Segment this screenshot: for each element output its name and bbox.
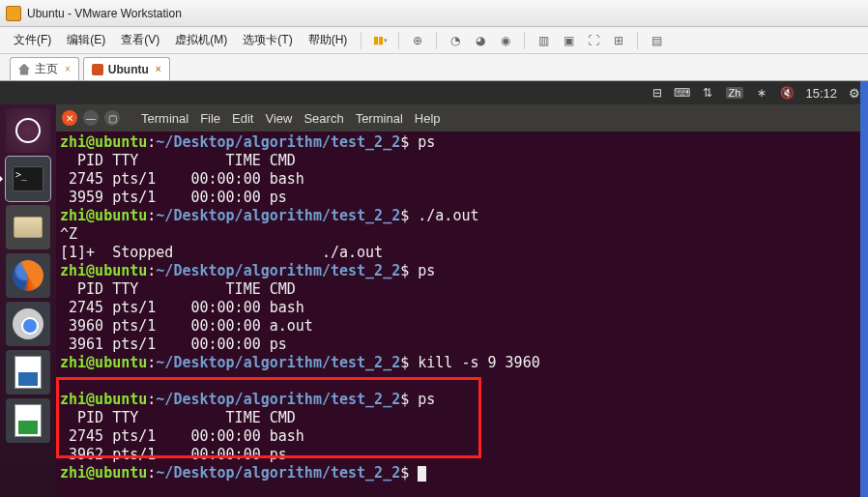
separator [436,32,437,49]
revert-button[interactable]: ◕ [470,30,491,51]
window-controls: ✕ — ▢ [62,110,120,126]
cmd-ps: ps [409,391,435,408]
separator [637,32,638,49]
view-console-button[interactable]: ▣ [558,30,579,51]
separator [524,32,525,49]
view-fullscreen-button[interactable]: ⛶ [583,30,604,51]
launcher-calc[interactable] [6,398,50,443]
close-button[interactable]: ✕ [62,110,77,126]
term-menu-file[interactable]: File [200,111,220,126]
bluetooth-icon[interactable]: ∗ [755,86,768,100]
tab-ubuntu[interactable]: Ubuntu × [83,57,170,80]
snapshot-button[interactable]: ◔ [445,30,466,51]
ps-row: 3959 pts/1 00:00:00 ps [60,189,864,207]
menu-edit[interactable]: 编辑(E) [61,29,111,51]
menu-view[interactable]: 查看(V) [115,29,165,51]
keyboard-icon[interactable]: ⌨ [676,86,689,100]
pause-button[interactable]: ▮▮▾ [369,30,391,51]
minimize-button[interactable]: — [83,110,99,126]
term-menu-terminal2[interactable]: Terminal [356,111,403,126]
library-button[interactable]: ▤ [646,30,667,51]
volume-icon[interactable]: 🔇 [780,86,794,100]
view-split-button[interactable]: ▥ [533,30,554,51]
term-menu-view[interactable]: View [265,111,292,126]
launcher-terminal[interactable]: >_ [6,157,50,201]
ps-header: PID TTY TIME CMD [60,280,864,299]
ps-row: 2745 pts/1 00:00:00 bash [60,170,864,189]
terminal-output[interactable]: zhi@ubuntu:~/Desktop/algorithm/test_2_2$… [56,132,868,497]
cmd-aout: ./a.out [409,207,478,224]
terminal-window: ✕ — ▢ Terminal File Edit View Search Ter… [56,104,868,497]
launcher-writer[interactable] [6,350,50,395]
writer-icon [14,356,42,389]
files-icon [14,217,43,238]
input-method-indicator[interactable]: Zh [726,87,744,99]
term-menu-edit[interactable]: Edit [232,111,253,126]
ps-row: 3961 pts/1 00:00:00 ps [60,336,864,354]
cmd-ps: ps [409,133,435,151]
launcher-dash[interactable] [6,108,50,153]
prompt-user: zhi@ubuntu [60,133,147,151]
ctrl-z: ^Z [60,225,864,244]
guest-display: ⊟ ⌨ ⇅ Zh ∗ 🔇 15:12 ⚙ >_ ✕ — ▢ Terminal F… [0,81,868,497]
unity-launcher: >_ [0,104,56,497]
separator [398,32,399,49]
windows-titlebar: Ubuntu - VMware Workstation [0,0,868,27]
tab-home-label: 主页 [35,61,58,77]
ps-row: 3960 pts/1 00:00:00 a.out [60,317,864,336]
separator [361,32,362,49]
ps-row: 2745 pts/1 00:00:00 bash [60,299,864,317]
vmware-tabbar: 主页 × Ubuntu × [0,54,868,81]
vmware-scrollbar[interactable] [860,81,868,497]
firefox-icon [13,260,43,291]
maximize-button[interactable]: ▢ [104,110,120,126]
terminal-cursor [418,466,426,482]
cmd-kill: kill -s 9 3960 [409,354,539,371]
terminal-menubar: Terminal File Edit View Search Terminal … [141,111,441,126]
term-menu-help[interactable]: Help [415,111,441,126]
home-icon [18,64,30,75]
launcher-chromium[interactable] [6,302,50,346]
gear-icon[interactable]: ⚙ [849,86,860,101]
tab-home[interactable]: 主页 × [10,57,79,80]
unity-button[interactable]: ⊞ [608,30,629,51]
menu-help[interactable]: 帮助(H) [303,29,354,51]
ps-row: 3962 pts/1 00:00:00 ps [60,446,864,464]
ps-header: PID TTY TIME CMD [60,152,864,170]
menu-vm[interactable]: 虚拟机(M) [169,29,233,51]
window-title: Ubuntu - VMware Workstation [27,7,182,20]
drive-icon[interactable]: ⊟ [651,86,664,100]
menu-file[interactable]: 文件(F) [8,29,57,51]
ps-header: PID TTY TIME CMD [60,409,864,427]
network-icon[interactable]: ⇅ [701,86,714,100]
launcher-firefox[interactable] [6,253,50,298]
calc-icon [14,404,42,437]
ps-row: 2745 pts/1 00:00:00 bash [60,427,864,446]
snapshot-manager-button[interactable]: ◉ [495,30,516,51]
cmd-ps: ps [409,262,435,279]
terminal-icon: >_ [13,166,43,191]
vm-icon [92,64,103,75]
terminal-titlebar[interactable]: ✕ — ▢ Terminal File Edit View Search Ter… [56,104,868,132]
job-stopped: [1]+ Stopped ./a.out [60,244,864,262]
clock[interactable]: 15:12 [805,86,837,101]
vmware-icon [6,6,21,21]
ubuntu-top-panel: ⊟ ⌨ ⇅ Zh ∗ 🔇 15:12 ⚙ [0,81,868,104]
send-ctrl-alt-del-button[interactable]: ⊕ [407,30,428,51]
close-icon[interactable]: × [156,64,161,74]
vmware-menubar: 文件(F) 编辑(E) 查看(V) 虚拟机(M) 选项卡(T) 帮助(H) ▮▮… [0,27,868,54]
prompt-path: ~/Desktop/algorithm/test_2_2 [156,133,400,151]
launcher-files[interactable] [6,205,50,249]
chromium-icon [13,308,43,339]
term-menu-search[interactable]: Search [304,111,343,126]
tab-ubuntu-label: Ubuntu [108,63,149,76]
term-menu-terminal[interactable]: Terminal [141,111,188,126]
menu-tabs[interactable]: 选项卡(T) [237,29,298,51]
close-icon[interactable]: × [65,64,71,74]
ubuntu-logo-icon [15,118,41,143]
